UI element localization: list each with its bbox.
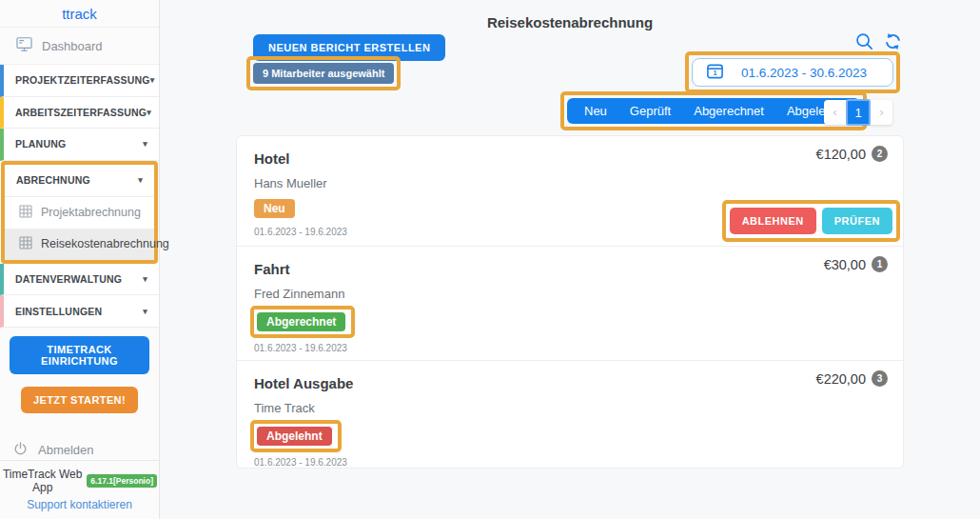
sidebar-section-label: EINSTELLUNGEN — [15, 306, 102, 317]
item-count-badge: 1 — [872, 256, 888, 272]
sidebar-item-label: Dashboard — [42, 39, 103, 53]
sidebar-item-planung[interactable]: PLANUNG — [0, 129, 159, 161]
chevron-down-icon — [138, 175, 143, 185]
app-window: ttrack Dashboard PROJEKTZEITERFASSUNG AR… — [0, 0, 980, 519]
chevron-down-icon — [143, 307, 147, 316]
chevron-down-icon — [143, 139, 147, 149]
sidebar-item-dashboard[interactable]: Dashboard — [0, 28, 159, 65]
start-now-button[interactable]: JETZT STARTEN! — [21, 387, 138, 413]
report-amount: €220,00 — [816, 371, 866, 387]
main-content: Reisekostenabrechnung NEUEN BERICHT ERST… — [160, 0, 980, 519]
report-date-range: 01.6.2023 - 19.6.2023 — [254, 457, 888, 468]
report-amount: €30,00 — [824, 257, 866, 272]
sidebar-section-label: DATENVERWALTUNG — [15, 273, 122, 285]
page-title: Reisekostenabrechnung — [160, 14, 980, 30]
report-title: Fahrt — [254, 261, 888, 277]
badge-highlight-annotation: Abgerechnet — [250, 306, 355, 338]
logout-button[interactable]: Abmelden — [12, 441, 159, 460]
report-employee: Fred Zinnemann — [254, 287, 888, 301]
sidebar-item-abrechnung[interactable]: ABRECHNUNG — [5, 165, 154, 197]
dashboard-monitor-icon — [15, 35, 33, 56]
filters-highlight-annotation: Neu Geprüft Abgerechnet Abgelehnt — [560, 91, 867, 130]
sidebar-section-label: ABRECHNUNG — [16, 174, 90, 186]
status-badge-abgelehnt: Abgelehnt — [257, 427, 332, 446]
logout-label: Abmelden — [38, 443, 94, 457]
actions-highlight-annotation: ABLEHNEN PRÜFEN — [722, 200, 900, 242]
status-filter-bar: Neu Geprüft Abgerechnet Abgelehnt — [567, 98, 860, 124]
timetrack-setup-button[interactable]: TIMETRACK EINRICHTUNG — [10, 336, 149, 374]
report-employee: Hans Mueller — [254, 176, 888, 190]
app-name: TimeTrack Web App — [2, 468, 83, 494]
report-title: Hotel Ausgabe — [254, 375, 888, 391]
report-title: Hotel — [254, 150, 888, 167]
daterange-highlight-annotation: 1 01.6.2023 - 30.6.2023 — [685, 51, 900, 93]
sidebar-item-label: Reisekostenabrechnung — [41, 237, 169, 250]
employees-highlight-annotation: 9 Mitarbeiter ausgewählt — [246, 56, 401, 90]
report-row-fahrt[interactable]: Fahrt Fred Zinnemann Abgerechnet 01.6.20… — [237, 247, 903, 361]
report-date-range: 01.6.2023 - 19.6.2023 — [254, 343, 888, 353]
pagination: ‹ 1 › — [824, 100, 892, 125]
sidebar-item-label: Projektabrechnung — [41, 206, 141, 219]
power-icon — [12, 441, 29, 460]
sidebar-section-label: PLANUNG — [15, 138, 66, 150]
chevron-down-icon — [143, 274, 147, 284]
report-amount: €120,00 — [816, 147, 866, 162]
filter-tab-abgerechnet[interactable]: Abgerechnet — [682, 104, 775, 118]
chevron-down-icon — [147, 108, 151, 117]
report-row-hotel-ausgabe[interactable]: Hotel Ausgabe Time Track Abgelehnt 01.6.… — [237, 361, 903, 468]
pagination-prev-button[interactable]: ‹ — [824, 100, 846, 125]
badge-highlight-annotation: Abgelehnt — [250, 420, 342, 452]
sidebar-section-label: ARBEITSZEITERFASSUNG — [15, 107, 147, 118]
report-row-hotel[interactable]: Hotel Hans Mueller Neu 01.6.2023 - 19.6.… — [237, 136, 903, 247]
date-range-value: 01.6.2023 - 30.6.2023 — [741, 66, 867, 80]
grid-icon — [18, 204, 33, 222]
contact-support-link[interactable]: Support kontaktieren — [2, 498, 157, 511]
abrechnung-highlight-annotation: ABRECHNUNG Projektabrechnung — [1, 161, 158, 264]
check-button[interactable]: PRÜFEN — [822, 208, 892, 234]
filter-tab-neu[interactable]: Neu — [573, 104, 618, 118]
expense-report-list: Hotel Hans Mueller Neu 01.6.2023 - 19.6.… — [236, 135, 904, 469]
app-logo[interactable]: ttrack — [0, 0, 159, 28]
sidebar-footer: TimeTrack Web App 6.17.1[Personio] Suppo… — [0, 460, 159, 519]
report-employee: Time Track — [254, 401, 888, 415]
sidebar-item-einstellungen[interactable]: EINSTELLUNGEN — [0, 295, 159, 328]
status-badge-abgerechnet: Abgerechnet — [257, 312, 345, 331]
pagination-next-button[interactable]: › — [871, 100, 892, 125]
date-range-picker[interactable]: 1 01.6.2023 - 30.6.2023 — [692, 58, 893, 87]
item-count-badge: 2 — [872, 146, 888, 162]
svg-text:1: 1 — [714, 70, 717, 77]
sidebar-item-reisekostenabrechnung[interactable]: Reisekostenabrechnung — [5, 229, 154, 260]
sidebar-item-datenverwaltung[interactable]: DATENVERWALTUNG — [0, 264, 159, 296]
grid-icon — [18, 235, 33, 253]
calendar-icon: 1 — [706, 62, 724, 84]
sidebar: ttrack Dashboard PROJEKTZEITERFASSUNG AR… — [0, 0, 160, 519]
filter-tab-geprueft[interactable]: Geprüft — [618, 104, 682, 118]
item-count-badge: 3 — [872, 370, 888, 387]
employees-selected-button[interactable]: 9 Mitarbeiter ausgewählt — [253, 63, 394, 84]
sidebar-section-label: PROJEKTZEITERFASSUNG — [15, 74, 150, 86]
version-badge: 6.17.1[Personio] — [87, 474, 157, 488]
status-badge-neu: Neu — [254, 199, 295, 218]
sidebar-item-arbeitszeiterfassung[interactable]: ARBEITSZEITERFASSUNG — [0, 97, 159, 130]
sidebar-item-projektzeiterfassung[interactable]: PROJEKTZEITERFASSUNG — [0, 65, 159, 97]
reject-button[interactable]: ABLEHNEN — [730, 208, 816, 234]
pagination-page-1[interactable]: 1 — [846, 99, 871, 126]
chevron-down-icon — [150, 75, 155, 85]
sidebar-item-projektabrechnung[interactable]: Projektabrechnung — [5, 197, 154, 229]
